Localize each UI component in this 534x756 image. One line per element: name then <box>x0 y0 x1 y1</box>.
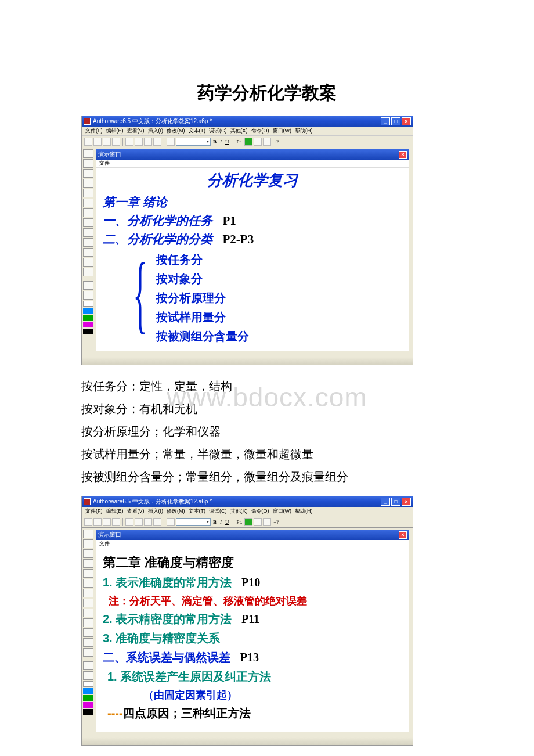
menu-edit[interactable]: 编辑(E) <box>106 127 124 135</box>
panel-close-button[interactable]: × <box>399 531 407 539</box>
swatch-icon[interactable] <box>83 695 93 701</box>
palette-display-icon[interactable] <box>83 530 93 538</box>
swatch-icon[interactable] <box>83 709 93 715</box>
tb-play-icon[interactable] <box>244 518 252 526</box>
panel-menu-file[interactable]: 文件 <box>99 160 110 167</box>
palette-interaction-icon[interactable] <box>83 599 93 607</box>
menu-window[interactable]: 窗口(W) <box>273 127 292 135</box>
menu-cmd[interactable]: 命令(O) <box>251 507 269 515</box>
close-button[interactable]: × <box>402 117 411 125</box>
tb-new-icon[interactable] <box>84 518 92 526</box>
tb-cut-icon[interactable] <box>135 518 143 526</box>
menu-other[interactable]: 其他(X) <box>230 127 248 135</box>
palette-map-icon[interactable] <box>83 238 93 247</box>
palette-map-icon[interactable] <box>83 618 93 627</box>
tb-print-icon[interactable] <box>112 518 120 526</box>
tb-undo-icon[interactable] <box>125 518 134 526</box>
tb-print-icon[interactable] <box>112 138 120 146</box>
swatch-icon[interactable] <box>83 702 93 708</box>
tb-new-icon[interactable] <box>84 138 92 146</box>
italic-icon[interactable]: I <box>220 519 222 525</box>
minimize-button[interactable]: _ <box>381 117 390 125</box>
palette-motion-icon[interactable] <box>83 159 93 168</box>
tb-open-icon[interactable] <box>93 518 102 526</box>
palette-erase-icon[interactable] <box>83 549 93 558</box>
menu-file[interactable]: 文件(F) <box>85 127 103 135</box>
swatch-icon[interactable] <box>83 301 93 307</box>
palette-display-icon[interactable] <box>83 149 93 158</box>
palette-stop-icon[interactable] <box>83 291 93 300</box>
palette-video-icon[interactable] <box>83 268 93 276</box>
palette-stop-icon[interactable] <box>83 671 93 680</box>
menu-text[interactable]: 文本(T) <box>189 127 206 135</box>
menu-modify[interactable]: 修改(M) <box>167 127 185 135</box>
menu-window[interactable]: 窗口(W) <box>273 507 292 515</box>
tb-undo-icon[interactable] <box>125 138 134 146</box>
tb-save-icon[interactable] <box>103 138 111 146</box>
palette-erase-icon[interactable] <box>83 169 93 178</box>
tb-paste-icon[interactable] <box>153 138 161 146</box>
swatch-icon[interactable] <box>83 681 93 687</box>
underline-icon[interactable]: U <box>225 139 229 145</box>
font-style-combo[interactable] <box>176 138 211 146</box>
tb-cut-icon[interactable] <box>135 138 143 146</box>
italic-icon[interactable]: I <box>220 139 222 145</box>
swatch-icon[interactable] <box>83 308 93 314</box>
palette-sound-icon[interactable] <box>83 638 93 647</box>
palette-decision-icon[interactable] <box>83 589 93 597</box>
palette-framework-icon[interactable] <box>83 199 93 207</box>
tb-save-icon[interactable] <box>103 518 111 526</box>
tb-help-label[interactable]: +? <box>273 139 279 145</box>
swatch-icon[interactable] <box>83 688 93 694</box>
menu-view[interactable]: 查看(V) <box>127 507 145 515</box>
maximize-button[interactable]: □ <box>391 498 400 506</box>
menu-view[interactable]: 查看(V) <box>127 127 145 135</box>
menu-help[interactable]: 帮助(H) <box>295 127 313 135</box>
close-button[interactable]: × <box>402 498 411 506</box>
tb-find-icon[interactable] <box>167 138 175 146</box>
menu-debug[interactable]: 调试(C) <box>209 127 227 135</box>
palette-calc-icon[interactable] <box>83 609 93 617</box>
palette-wait-icon[interactable] <box>83 559 93 568</box>
palette-calc-icon[interactable] <box>83 228 93 237</box>
swatch-icon[interactable] <box>83 322 93 327</box>
palette-start-icon[interactable] <box>83 281 93 290</box>
tb-debug-icon[interactable] <box>254 138 262 146</box>
panel-menu-file[interactable]: 文件 <box>99 540 110 548</box>
font-style-combo[interactable] <box>176 518 211 526</box>
tb-var-icon[interactable] <box>263 518 271 526</box>
tb-help-label[interactable]: +? <box>273 519 279 525</box>
palette-nav-icon[interactable] <box>83 569 93 578</box>
palette-wait-icon[interactable] <box>83 179 93 188</box>
swatch-icon[interactable] <box>83 329 93 334</box>
palette-framework-icon[interactable] <box>83 579 93 588</box>
swatch-icon[interactable] <box>83 315 93 321</box>
palette-movie-icon[interactable] <box>83 248 93 257</box>
palette-start-icon[interactable] <box>83 661 93 670</box>
palette-motion-icon[interactable] <box>83 539 93 548</box>
panel-close-button[interactable]: × <box>399 151 407 159</box>
tb-find-icon[interactable] <box>167 518 175 526</box>
bold-icon[interactable]: B <box>213 519 217 525</box>
menu-other[interactable]: 其他(X) <box>230 507 248 515</box>
menu-insert[interactable]: 插入(I) <box>148 127 164 135</box>
menu-debug[interactable]: 调试(C) <box>209 507 227 515</box>
palette-video-icon[interactable] <box>83 648 93 657</box>
menu-text[interactable]: 文本(T) <box>189 507 206 515</box>
palette-interaction-icon[interactable] <box>83 218 93 227</box>
tb-play-icon[interactable] <box>244 138 252 146</box>
menu-modify[interactable]: 修改(M) <box>167 507 185 515</box>
maximize-button[interactable]: □ <box>391 117 400 125</box>
tb-paste-icon[interactable] <box>153 518 161 526</box>
tb-var-icon[interactable] <box>263 138 271 146</box>
underline-icon[interactable]: U <box>225 519 229 525</box>
menu-edit[interactable]: 编辑(E) <box>106 507 124 515</box>
tb-open-icon[interactable] <box>93 138 102 146</box>
palette-decision-icon[interactable] <box>83 208 93 217</box>
tb-debug-icon[interactable] <box>254 518 262 526</box>
menu-file[interactable]: 文件(F) <box>85 507 103 515</box>
menu-help[interactable]: 帮助(H) <box>295 507 313 515</box>
tb-copy-icon[interactable] <box>144 518 152 526</box>
menu-insert[interactable]: 插入(I) <box>148 507 164 515</box>
bold-icon[interactable]: B <box>213 139 217 145</box>
